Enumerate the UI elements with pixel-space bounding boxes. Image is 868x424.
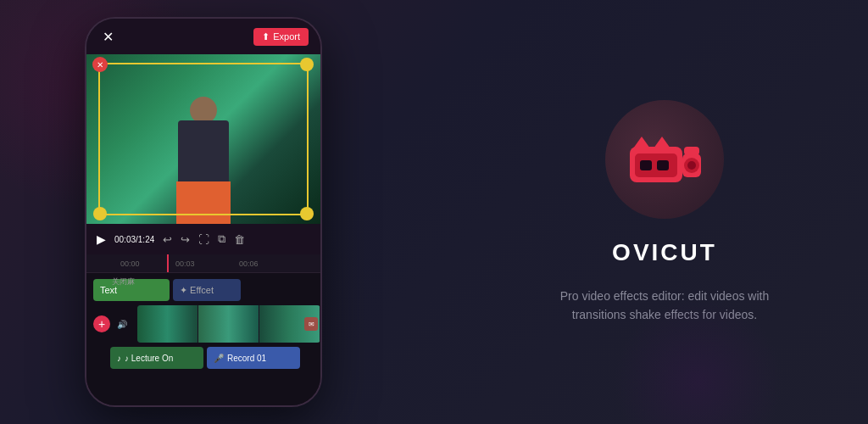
export-button[interactable]: ⬆ Export: [253, 28, 309, 46]
ruler-mark-2: 00:06: [239, 259, 259, 268]
track-controls-left: + 🔊: [93, 315, 134, 332]
logo-svg: [626, 130, 703, 189]
ruler-mark-1: 00:03: [175, 259, 195, 268]
lecture-track-row: ♪ ♪ Lecture On 🎤 Record 01: [86, 344, 320, 371]
controls-bar: ▶ 00:03/1:24 ↩ ↪ ⛶ ⧉ 🗑: [86, 224, 320, 254]
redo-button[interactable]: ↪: [181, 233, 190, 246]
logo-circle: [605, 100, 724, 219]
selection-box[interactable]: ✕: [98, 63, 309, 215]
audio-icon: 🔊: [114, 315, 131, 332]
selection-handle-tr[interactable]: [300, 58, 314, 71]
video-track[interactable]: ✉: [137, 305, 320, 343]
phone-section: ✕ ⬆ Export ✕: [0, 0, 407, 424]
camera-grip: [684, 147, 699, 155]
add-track-button[interactable]: +: [93, 315, 110, 332]
timeline-area: 00:00 00:03 00:06 Text ✦ Effcet: [86, 254, 320, 405]
record-segment[interactable]: 🎤 Record 01: [207, 347, 300, 369]
thumb-icon: ✉: [304, 317, 318, 331]
phone-mockup: ✕ ⬆ Export ✕: [85, 17, 322, 407]
playhead[interactable]: [167, 254, 169, 272]
effect-track-label: ✦ Effcet: [180, 285, 214, 296]
lens-right: [657, 160, 669, 170]
export-upload-icon: ⬆: [262, 31, 270, 42]
selection-close-handle[interactable]: ✕: [92, 57, 108, 72]
add-icon: +: [98, 317, 105, 331]
time-total: 1:24: [138, 235, 154, 244]
camera-lens-inner: [687, 161, 696, 170]
play-button[interactable]: ▶: [97, 232, 106, 246]
track-label-overlay: 关闭麻: [112, 276, 135, 287]
effect-track-segment[interactable]: ✦ Effcet: [173, 279, 241, 301]
brand-tagline: Pro video effects editor: edit videos wi…: [537, 287, 792, 325]
cat-camera-icon: [626, 130, 703, 189]
timeline-ruler: 00:00 00:03 00:06: [86, 254, 320, 273]
time-current: 00:03: [114, 235, 136, 244]
phone-top-bar: ✕ ⬆ Export: [86, 19, 320, 54]
timeline-tracks: Text ✦ Effcet + 🔊: [86, 273, 320, 375]
lens-left: [640, 160, 652, 170]
close-button[interactable]: ✕: [98, 27, 117, 46]
thumb-segment-1: [137, 305, 198, 343]
export-label: Export: [273, 31, 300, 42]
lecture-label: ♪ Lecture On: [125, 354, 173, 363]
copy-button[interactable]: ⧉: [218, 232, 225, 246]
selection-handle-br[interactable]: [300, 207, 314, 220]
mic-icon: 🎤: [214, 354, 224, 363]
video-background: ✕: [86, 54, 320, 224]
audio-icon-symbol: 🔊: [117, 320, 127, 329]
lecture-segment[interactable]: ♪ ♪ Lecture On: [110, 347, 203, 369]
brand-name: OVICUT: [612, 239, 717, 266]
thumb-segment-3: ✉: [259, 305, 320, 343]
delete-button[interactable]: 🗑: [234, 233, 245, 246]
video-preview: ✕: [86, 54, 320, 224]
ruler-mark-0: 00:00: [120, 259, 140, 268]
selection-handle-bl[interactable]: [93, 207, 107, 220]
thumb-segment-2: [198, 305, 259, 343]
video-track-row: + 🔊 ✉ 关闭麻: [86, 304, 320, 344]
music-note-icon: ♪: [117, 354, 121, 363]
undo-button[interactable]: ↩: [163, 233, 172, 246]
record-label: Record 01: [227, 354, 266, 363]
crop-button[interactable]: ⛶: [198, 233, 209, 246]
brand-section: OVICUT Pro video effects editor: edit vi…: [461, 0, 868, 424]
time-display: 00:03/1:24: [114, 235, 154, 244]
cat-ear-right: [654, 137, 670, 148]
cat-ear-left: [633, 137, 650, 148]
